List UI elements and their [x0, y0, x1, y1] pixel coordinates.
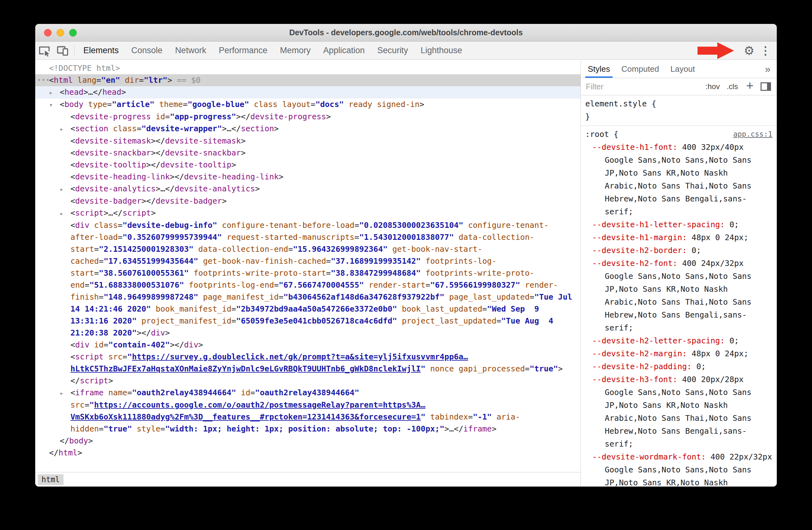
titlebar: DevTools - developers.google.com/web/too…	[35, 24, 777, 42]
dom-tree-line[interactable]: <devsite-progress id="app-progress"></de…	[35, 111, 581, 123]
dom-tree-line[interactable]: ▸<devsite-analytics>…</devsite-analytics…	[35, 183, 581, 195]
attr-name-token: gapi_processed	[459, 364, 525, 373]
tag-token: devsite-badger	[156, 196, 222, 206]
dom-tree-line[interactable]: <devsite-heading-link></devsite-heading-…	[35, 171, 581, 183]
new-style-rule-icon[interactable]: +	[744, 79, 756, 92]
text-token: =	[288, 245, 293, 254]
dom-tree-line[interactable]: <devsite-badger></devsite-badger>	[35, 195, 581, 207]
tab-lighthouse[interactable]: Lighthouse	[414, 42, 468, 59]
rule-selector-line: :root {app.css:1	[581, 128, 777, 141]
text-token: =	[274, 280, 279, 290]
close-button[interactable]	[44, 29, 52, 37]
attr-name-token: src	[108, 352, 122, 361]
expand-arrow-icon[interactable]: ▸	[60, 207, 70, 219]
text-token	[425, 412, 430, 421]
text-token: =	[94, 268, 99, 278]
sidebar-pane-icon[interactable]	[759, 82, 772, 91]
zoom-button[interactable]	[69, 29, 77, 37]
text-token	[198, 292, 203, 302]
traffic-lights	[44, 24, 77, 41]
css-property-value: 48px 0 24px;	[692, 233, 749, 242]
dom-tree-line[interactable]: <devsite-tooltip></devsite-tooltip>	[35, 159, 581, 171]
dom-tree-line[interactable]: <div class="devsite-debug-info" configur…	[35, 219, 581, 339]
more-options-icon[interactable]: ⋮	[757, 42, 774, 60]
dom-tree-line[interactable]: ▸<head>…</head>	[35, 86, 581, 98]
dom-tree-line[interactable]: <!DOCTYPE html>	[35, 62, 581, 74]
css-property[interactable]: --devsite-h2-font: 400 24px/32px Google …	[581, 257, 777, 334]
state-toggle-hov[interactable]: :hov	[703, 82, 722, 92]
tag-token: devsite-heading-link	[75, 172, 170, 181]
css-property[interactable]: --devsite-h1-margin: 48px 0 24px;	[581, 231, 777, 244]
device-toolbar-icon[interactable]	[54, 42, 72, 60]
tab-memory[interactable]: Memory	[274, 42, 317, 59]
dom-tree-line[interactable]: </body>	[35, 435, 581, 447]
css-property[interactable]: --devsite-h1-letter-spacing: 0;	[581, 218, 777, 231]
text-token: >	[77, 448, 82, 457]
css-property-value: 0;	[729, 336, 739, 345]
sidebar-tab-layout[interactable]: Layout	[665, 60, 701, 78]
tab-console[interactable]: Console	[125, 42, 169, 59]
dom-tree-line[interactable]: </html>	[35, 447, 581, 459]
dom-tree-line[interactable]: <devsite-sitemask></devsite-sitemask>	[35, 135, 581, 147]
dom-tree-line[interactable]: ▸<script>…</script>	[35, 207, 581, 219]
dom-tree-line[interactable]: </script>	[35, 375, 581, 387]
css-property[interactable]: --devsite-h1-font: 400 32px/40px Google …	[581, 141, 777, 218]
sidebar-tab-styles[interactable]: Styles	[582, 60, 616, 78]
text-token	[359, 388, 364, 397]
text-token: =	[279, 292, 284, 302]
expand-arrow-icon[interactable]: ▸	[60, 183, 70, 195]
text-token: <	[60, 87, 64, 97]
text-token: >…</	[156, 184, 175, 193]
text-token: >…</	[83, 87, 102, 97]
text-token: >	[167, 75, 177, 85]
dom-tree-line[interactable]: ▸<iframe name="oauth2relay438944664" id=…	[35, 387, 581, 435]
inspect-element-icon[interactable]	[35, 42, 54, 60]
text-token: >	[222, 196, 227, 206]
dom-tree-line[interactable]: ▸<section class="devsite-wrapper">…</sec…	[35, 123, 581, 135]
attr-name-token: project_manifest_id	[142, 316, 231, 325]
expand-arrow-icon[interactable]: ▸	[49, 86, 60, 98]
dom-tree-line[interactable]: •••<html lang="en" dir="ltr"> == $0	[35, 74, 581, 86]
breadcrumb-item[interactable]: html	[38, 474, 63, 485]
text-token: >	[108, 376, 113, 385]
link-token[interactable]: https://accounts.google.com/o/oauth2/pos…	[70, 400, 425, 421]
tab-security[interactable]: Security	[371, 42, 415, 59]
css-property[interactable]: --devsite-wordmark-font: 400 22px/32px G…	[581, 450, 777, 487]
stylesheet-link[interactable]: app.css:1	[733, 128, 772, 141]
sidebar-tab-bar: StylesComputedLayout »	[581, 60, 777, 78]
elements-panel: <!DOCTYPE html>•••<html lang="en" dir="l…	[35, 60, 581, 487]
css-property[interactable]: --devsite-h2-margin: 48px 0 24px;	[581, 347, 777, 360]
collapse-arrow-icon[interactable]: ▾	[49, 99, 60, 111]
text-token: >	[279, 172, 284, 181]
dom-tree-line[interactable]: <div id="contain-402"></div>	[35, 339, 581, 351]
sidebar-tab-computed[interactable]: Computed	[616, 60, 665, 78]
rule-selector[interactable]: element.style	[585, 99, 647, 108]
expand-arrow-icon[interactable]: ▸	[60, 123, 70, 135]
expand-arrow-icon[interactable]: ▸	[60, 387, 70, 399]
element-state-toggles: :hov.cls	[703, 82, 740, 92]
minimize-button[interactable]	[57, 29, 64, 37]
settings-gear-icon[interactable]: ⚙	[741, 42, 757, 60]
attr-value-token: "contain-402"	[108, 340, 170, 349]
more-tabs-chevron-icon[interactable]: »	[760, 60, 775, 78]
css-property[interactable]: --devsite-h3-font: 400 20px/28px Google …	[581, 373, 777, 450]
attr-value-token: "15.964326999892364"	[293, 245, 388, 254]
desktop-background: DevTools - developers.google.com/web/too…	[0, 0, 812, 530]
state-toggle-cls[interactable]: .cls	[724, 82, 741, 92]
dom-tree-line[interactable]: <devsite-snackbar></devsite-snackbar>	[35, 147, 581, 159]
tab-network[interactable]: Network	[169, 42, 213, 59]
rule-selector[interactable]: :root	[585, 130, 609, 139]
text-token: >	[274, 124, 279, 133]
css-property[interactable]: --devsite-h2-padding: 0;	[581, 360, 777, 373]
tab-performance[interactable]: Performance	[213, 42, 274, 59]
styles-filter-input[interactable]	[585, 82, 700, 92]
text-token: =	[118, 221, 122, 230]
tab-application[interactable]: Application	[317, 42, 371, 59]
text-token: =	[530, 292, 534, 302]
text-token	[236, 388, 241, 397]
dom-tree-line[interactable]: <script src="https://survey.g.doubleclic…	[35, 351, 581, 375]
dom-tree-line[interactable]: ▾<body type="article" theme="google-blue…	[35, 98, 581, 111]
css-property[interactable]: --devsite-h2-letter-spacing: 0;	[581, 334, 777, 347]
tab-elements[interactable]: Elements	[77, 42, 125, 59]
css-property[interactable]: --devsite-h2-border: 0;	[581, 244, 777, 257]
